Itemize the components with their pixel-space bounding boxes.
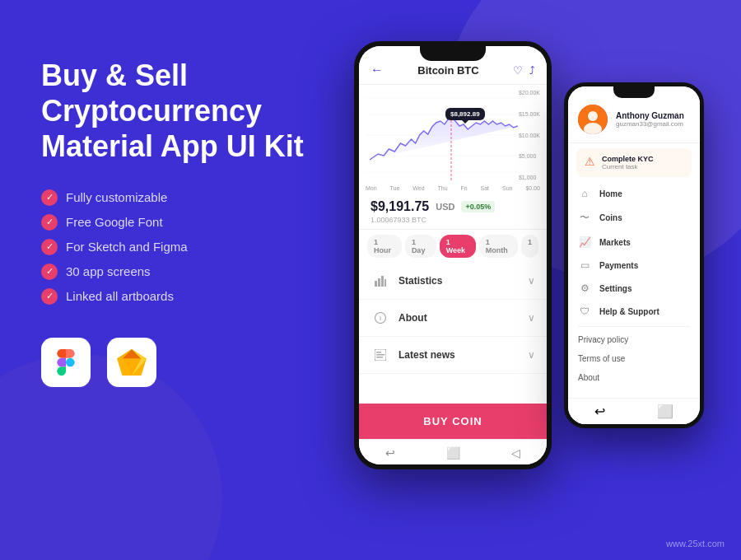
- buy-button[interactable]: BUY COIN: [359, 404, 547, 439]
- y-label: $20.00K: [519, 90, 540, 96]
- side-phone: Anthony Guzman guzman33@gmail.com ⚠ Comp…: [564, 82, 704, 428]
- menu-item-payments[interactable]: ▭ Payments: [568, 254, 700, 277]
- kyc-alert[interactable]: ⚠ Complete KYC Current task: [576, 148, 692, 177]
- accordion-statistics[interactable]: Statistics ∨: [359, 263, 547, 300]
- accordion-chevron-down: ∨: [528, 275, 535, 287]
- kyc-text: Complete KYC Current task: [602, 155, 654, 170]
- nav-home-icon[interactable]: ⬜: [446, 446, 459, 460]
- price-tooltip: $8,892.89: [445, 108, 485, 120]
- tool-icons: [41, 338, 354, 387]
- svg-text:i: i: [380, 315, 381, 322]
- tab-1month[interactable]: 1 Month: [479, 235, 518, 258]
- feature-label: For Sketch and Figma: [66, 240, 188, 254]
- profile-info: Anthony Guzman guzman33@gmail.com: [616, 111, 684, 128]
- tab-1week[interactable]: 1 Week: [440, 235, 476, 258]
- menu-item-coins[interactable]: 〜 Coins: [568, 205, 700, 231]
- menu-item-markets[interactable]: 📈 Markets: [568, 231, 700, 254]
- features-list: ✓ Fully customizable ✓ Free Google Font …: [41, 189, 354, 305]
- side-nav-back[interactable]: ↩: [594, 404, 605, 419]
- about-icon: i: [370, 308, 390, 328]
- svg-rect-14: [376, 352, 381, 353]
- statistics-icon: [370, 271, 390, 291]
- menu-divider: [578, 326, 690, 327]
- kyc-warning-icon: ⚠: [585, 155, 595, 168]
- tab-1day[interactable]: 1 Day: [405, 235, 436, 258]
- chart-y-labels: $20.00K $15.00K $10.00K $5,000 $1,000: [519, 90, 540, 180]
- profile-email: guzman33@gmail.com: [616, 120, 684, 128]
- privacy-policy-link[interactable]: Privacy policy: [568, 330, 700, 349]
- markets-icon: 📈: [578, 236, 591, 248]
- news-label: Latest news: [398, 349, 528, 361]
- kyc-title: Complete KYC: [602, 155, 654, 163]
- accordion-about[interactable]: i About ∨: [359, 300, 547, 337]
- header-icons: ♡ ⤴: [513, 64, 535, 77]
- y-label: $15.00K: [519, 111, 540, 117]
- menu-label-home: Home: [599, 189, 622, 198]
- feature-item: ✓ Linked all artboards: [41, 288, 354, 305]
- y-label: $5,000: [519, 153, 540, 159]
- check-icon: ✓: [41, 214, 58, 231]
- sketch-icon-box: [107, 338, 156, 387]
- x-label: Sun: [502, 185, 512, 191]
- svg-rect-7: [375, 281, 377, 287]
- price-main: $9,191.75: [370, 199, 429, 214]
- y-label: $10.00K: [519, 133, 540, 138]
- news-icon: [370, 345, 390, 365]
- left-panel: Buy & SellCryptocurrencyMaterial App UI …: [41, 33, 354, 387]
- side-phone-notch: [613, 86, 655, 98]
- x-label: Sat: [481, 185, 490, 191]
- price-section: $9,191.75 USD +0.05% 1.00067933 BTC: [359, 193, 547, 230]
- chart-x-labels: Mon Tue Wed Thu Fri Sat Sun $0.00: [366, 184, 540, 193]
- x-label: Mon: [366, 185, 377, 191]
- side-phone-screen: Anthony Guzman guzman33@gmail.com ⚠ Comp…: [568, 86, 700, 424]
- payments-icon: ▭: [578, 259, 591, 271]
- menu-label-coins: Coins: [599, 213, 622, 222]
- nav-back-icon[interactable]: ↩: [384, 446, 397, 460]
- coins-icon: 〜: [578, 211, 591, 225]
- x-label: Thu: [437, 185, 447, 191]
- phone-bottom-bar: ↩ ⬜ ◁: [359, 439, 547, 464]
- x-label-zero: $0.00: [525, 185, 540, 191]
- coin-title: Bitcoin BTC: [417, 64, 478, 77]
- avatar: [578, 105, 608, 134]
- menu-item-home[interactable]: ⌂ Home: [568, 182, 700, 205]
- feature-item: ✓ Free Google Font: [41, 214, 354, 231]
- price-row: $9,191.75 USD +0.05%: [370, 199, 535, 214]
- feature-label: 30 app screens: [66, 264, 151, 278]
- about-link[interactable]: About: [568, 368, 700, 387]
- svg-rect-10: [384, 279, 386, 287]
- kyc-subtitle: Current task: [602, 163, 654, 170]
- accordion-chevron-down: ∨: [528, 312, 535, 324]
- x-label: Wed: [412, 185, 424, 191]
- heart-icon[interactable]: ♡: [513, 64, 523, 77]
- menu-item-settings[interactable]: ⚙ Settings: [568, 277, 700, 300]
- settings-icon: ⚙: [578, 282, 591, 294]
- terms-of-use-link[interactable]: Terms of use: [568, 349, 700, 368]
- time-tabs: 1 Hour 1 Day 1 Week 1 Month 1: [359, 230, 547, 263]
- back-button[interactable]: ←: [370, 63, 384, 77]
- feature-item: ✓ 30 app screens: [41, 264, 354, 280]
- feature-label: Fully customizable: [66, 190, 167, 204]
- nav-recents-icon[interactable]: ◁: [509, 446, 522, 460]
- accordion-news[interactable]: Latest news ∨: [359, 337, 547, 374]
- side-nav-home[interactable]: ⬜: [657, 404, 673, 419]
- feature-label: Linked all artboards: [66, 289, 174, 303]
- menu-label-help: Help & Support: [599, 307, 659, 316]
- home-icon: ⌂: [578, 188, 591, 199]
- help-icon: 🛡: [578, 306, 591, 317]
- chart-area: $8,892.89 $20.00K $15.00K $10.00K $5,000…: [359, 85, 547, 193]
- menu-label-settings: Settings: [599, 284, 631, 293]
- phone-notch: [420, 46, 486, 61]
- svg-rect-8: [378, 278, 380, 287]
- feature-item: ✓ For Sketch and Figma: [41, 239, 354, 255]
- share-icon[interactable]: ⤴: [529, 64, 535, 77]
- tab-more[interactable]: 1: [521, 235, 538, 258]
- y-label: $1,000: [519, 175, 540, 180]
- figma-icon-box: [41, 338, 91, 387]
- side-phone-bottom-bar: ↩ ⬜: [568, 398, 700, 424]
- phone-screen: ← Bitcoin BTC ♡ ⤴ $8,892.89 $20.00K $15.…: [359, 46, 547, 464]
- menu-item-help[interactable]: 🛡 Help & Support: [568, 300, 700, 323]
- tab-1hour[interactable]: 1 Hour: [367, 235, 402, 258]
- price-badge: +0.05%: [461, 201, 495, 212]
- accordion-items: Statistics ∨ i About ∨: [359, 263, 547, 404]
